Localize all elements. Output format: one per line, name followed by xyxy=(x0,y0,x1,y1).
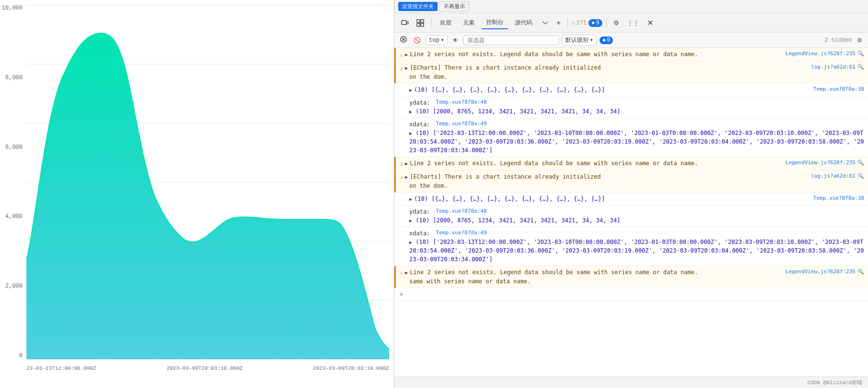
eye-icon[interactable]: 👁 xyxy=(451,36,460,45)
log-text-warning-1: Line 2 series not exists. Legend data sh… xyxy=(410,50,780,59)
svg-rect-3 xyxy=(421,20,424,23)
log-entry-warning-3: ⚠ ▶ Line 2 series not exists. Legend dat… xyxy=(394,157,868,170)
close-devtools-button[interactable]: ✕ xyxy=(644,16,656,29)
log-search-icon-4[interactable]: 🔍 xyxy=(857,172,864,181)
log-search-icon-2[interactable]: 🔍 xyxy=(857,63,864,72)
no-filter-button[interactable]: 🚫 xyxy=(412,36,423,45)
y-label-6000: 6,000 xyxy=(5,144,23,151)
tab-sources[interactable]: 源代码 xyxy=(510,17,537,29)
log-entry-ydata-1: ydata: Temp.vue?878a:48 ▶ (10) [2000, 87… xyxy=(394,97,868,118)
ydata-value-2: (10) [2000, 8765, 1234, 3421, 3421, 3421… xyxy=(416,217,620,224)
chart-svg xyxy=(26,5,389,359)
expand-arrow-xdata-2[interactable]: ▶ xyxy=(409,240,412,245)
y-label-8000: 8,000 xyxy=(5,74,23,81)
expand-arrow-array-2[interactable]: ▶ xyxy=(409,195,412,203)
log-link-ydata-1[interactable]: Temp.vue?878a:48 xyxy=(436,98,487,107)
log-search-icon-1[interactable]: 🔍 xyxy=(857,50,864,58)
tab-console[interactable]: 控制台 xyxy=(481,16,508,29)
context-selector[interactable]: top ▾ xyxy=(426,35,448,45)
no-longer-show-button[interactable]: 不再显示 xyxy=(440,1,469,12)
svg-rect-4 xyxy=(417,24,420,26)
expand-arrow-array-1[interactable]: ▶ xyxy=(409,86,412,94)
expand-arrow-5[interactable]: ▶ xyxy=(405,269,408,276)
set-report-folder-button[interactable]: 设置报文件夹 xyxy=(398,2,438,11)
y-label-2000: 2,000 xyxy=(5,283,23,290)
log-search-icon-5[interactable]: 🔍 xyxy=(857,268,864,276)
ydata-value-1: (10) [2000, 8765, 1234, 3421, 3421, 3421… xyxy=(416,108,620,115)
console-prompt[interactable]: > xyxy=(394,288,868,301)
log-link-1[interactable]: LegendView.js?628f:235 xyxy=(785,50,856,58)
ydata-key-2: ydata: xyxy=(409,207,430,216)
log-link-xdata-2[interactable]: Temp.vue?878a:49 xyxy=(436,229,487,237)
svg-rect-1 xyxy=(407,22,408,24)
warning-icon-1: ⚠ xyxy=(400,50,403,59)
warning-triangle-icon: ⚠ xyxy=(572,19,575,26)
console-info-count: ● 9 xyxy=(599,36,613,44)
log-entry-warning-5: ⚠ ▶ Line 2 series not exists. Legend dat… xyxy=(394,266,868,288)
log-entry-array-2: ▶ (10) [{…}, {…}, {…}, {…}, {…}, {…}, {…… xyxy=(394,193,868,206)
svg-rect-5 xyxy=(421,24,424,26)
tab-welcome[interactable]: 欢迎 xyxy=(435,17,456,29)
log-link-2[interactable]: log.js?a62d:61 xyxy=(811,63,856,72)
y-label-0: 0 xyxy=(19,352,23,359)
xdata-value-2: (10) ['2023-03-13T12:00:00.000Z', '2023-… xyxy=(409,239,864,263)
tab-elements[interactable]: 元素 xyxy=(458,17,479,29)
warning-icon-3: ⚠ xyxy=(400,159,403,168)
y-label-4000: 4,000 xyxy=(5,213,23,220)
log-text-warning-2: [ECharts] There is a chart instance alre… xyxy=(410,63,805,72)
xdata-key-1: xdata: xyxy=(409,120,430,129)
chart-panel: 10,000 8,000 6,000 4,000 2,000 0 xyxy=(0,0,394,388)
y-label-10000: 10,000 xyxy=(2,5,23,12)
device-toolbar-icon[interactable] xyxy=(398,17,412,29)
log-entry-xdata-1: xdata: Temp.vue?878a:49 ▶ (10) ['2023-03… xyxy=(394,118,868,157)
info-count: 9 xyxy=(596,20,599,26)
log-link-4[interactable]: log.js?a62d:61 xyxy=(811,172,856,181)
x-label-1: 2023-03-09T20:03:10.000Z xyxy=(167,365,243,371)
log-link-3[interactable]: LegendView.js?628f:235 xyxy=(785,159,856,167)
add-tab-button[interactable]: + xyxy=(553,17,563,29)
more-tabs-button[interactable] xyxy=(539,18,551,28)
console-settings-icon[interactable]: ⚙ xyxy=(855,36,864,45)
log-level-selector[interactable]: 默认级别 ▾ xyxy=(562,35,597,46)
warning-icon-4: ⚠ xyxy=(400,173,403,182)
more-options-icon[interactable]: ⋮⋮ xyxy=(624,17,642,28)
console-secondary-toolbar: 🚫 top ▾ 👁 默认级别 ▾ ● 9 2 hidden ⚙ xyxy=(394,33,868,48)
settings-icon[interactable]: ⚙ xyxy=(611,17,622,28)
log-link-xdata-1[interactable]: Temp.vue?878a:49 xyxy=(436,120,487,128)
x-axis: 23-03-13T12:00:00.000Z 2023-03-09T20:03:… xyxy=(26,362,389,388)
expand-arrow-ydata-2[interactable]: ▶ xyxy=(409,218,412,223)
warning-icon-2: ⚠ xyxy=(400,64,403,73)
log-text-warning-3: Line 2 series not exists. Legend data sh… xyxy=(410,159,780,168)
console-log-content[interactable]: ⚠ ▶ Line 2 series not exists. Legend dat… xyxy=(394,48,868,376)
x-label-2: 2023-03-09T20:03:19.000Z xyxy=(313,365,389,371)
expand-arrow-1[interactable]: ▶ xyxy=(405,51,408,58)
expand-arrow-xdata-1[interactable]: ▶ xyxy=(409,131,412,136)
y-axis: 10,000 8,000 6,000 4,000 2,000 0 xyxy=(0,5,26,359)
log-level-label: 默认级别 xyxy=(565,36,588,44)
log-link-5[interactable]: LegendView.js?628f:235 xyxy=(785,268,856,276)
expand-arrow-4[interactable]: ▶ xyxy=(405,173,408,181)
log-level-dropdown-icon: ▾ xyxy=(590,36,593,44)
log-link-array-1[interactable]: Temp.vue?878a:38 xyxy=(813,85,864,94)
log-text-array-1: (10) [{…}, {…}, {…}, {…}, {…}, {…}, {…},… xyxy=(414,85,807,94)
expand-arrow-2[interactable]: ▶ xyxy=(405,64,408,72)
info-badge: ● 9 xyxy=(588,19,602,27)
console-info-icon: ● xyxy=(602,37,606,44)
devtools-panel: 设置报文件夹 不再显示 欢迎 元素 控制台 源代码 + ⚠ 171 ● xyxy=(394,0,868,388)
filter-input[interactable] xyxy=(463,36,559,45)
log-entry-xdata-2: xdata: Temp.vue?878a:49 ▶ (10) ['2023-03… xyxy=(394,227,868,266)
top-bar-partial: 设置报文件夹 不再显示 xyxy=(394,0,868,13)
warning-count: 171 xyxy=(576,20,587,26)
log-entry-ydata-2: ydata: Temp.vue?878a:48 ▶ (10) [2000, 87… xyxy=(394,206,868,227)
clear-console-button[interactable] xyxy=(398,35,409,45)
expand-arrow-3[interactable]: ▶ xyxy=(405,160,408,167)
toolbar-separator-3 xyxy=(606,18,607,28)
x-label-0: 23-03-13T12:00:00.000Z xyxy=(26,365,96,371)
inspect-element-icon[interactable] xyxy=(414,17,427,29)
log-link-array-2[interactable]: Temp.vue?878a:38 xyxy=(813,194,864,203)
log-link-ydata-2[interactable]: Temp.vue?878a:48 xyxy=(436,207,487,216)
log-text-warning-2-cont: on the dom. xyxy=(409,73,447,80)
expand-arrow-ydata-1[interactable]: ▶ xyxy=(409,109,412,114)
log-entry-array-1: ▶ (10) [{…}, {…}, {…}, {…}, {…}, {…}, {…… xyxy=(394,84,868,97)
log-search-icon-3[interactable]: 🔍 xyxy=(857,159,864,167)
